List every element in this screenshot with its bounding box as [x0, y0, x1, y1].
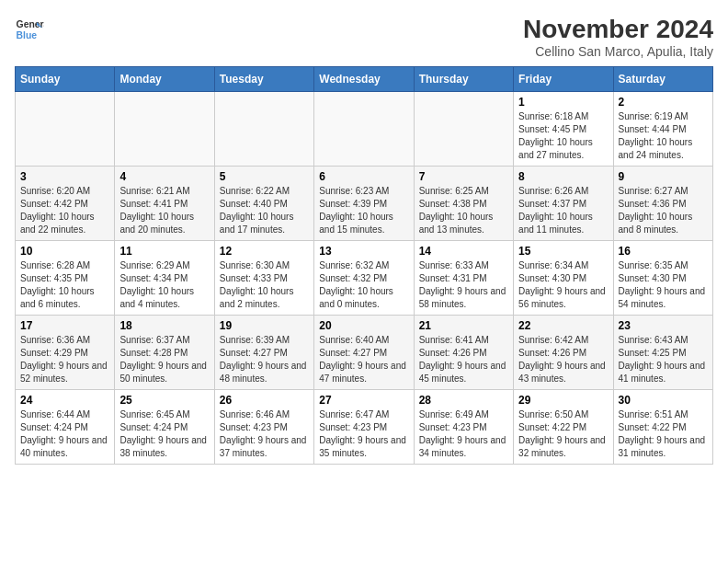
calendar-cell: 17Sunrise: 6:36 AM Sunset: 4:29 PM Dayli…: [16, 316, 115, 390]
calendar-cell: [16, 92, 115, 167]
calendar-cell: 9Sunrise: 6:27 AM Sunset: 4:36 PM Daylig…: [613, 167, 712, 241]
day-number: 19: [220, 319, 309, 332]
day-info: Sunrise: 6:29 AM Sunset: 4:34 PM Dayligh…: [119, 259, 209, 311]
day-number: 27: [319, 394, 408, 407]
calendar-cell: 22Sunrise: 6:42 AM Sunset: 4:26 PM Dayli…: [514, 316, 613, 390]
day-info: Sunrise: 6:50 AM Sunset: 4:22 PM Dayligh…: [518, 408, 608, 460]
calendar-week-2: 3Sunrise: 6:20 AM Sunset: 4:42 PM Daylig…: [16, 167, 713, 241]
day-number: 14: [419, 245, 508, 258]
calendar-cell: 30Sunrise: 6:51 AM Sunset: 4:22 PM Dayli…: [613, 390, 712, 465]
day-info: Sunrise: 6:46 AM Sunset: 4:23 PM Dayligh…: [220, 408, 309, 460]
day-info: Sunrise: 6:27 AM Sunset: 4:36 PM Dayligh…: [619, 185, 708, 236]
calendar-cell: 20Sunrise: 6:40 AM Sunset: 4:27 PM Dayli…: [314, 316, 414, 390]
calendar-cell: [115, 92, 214, 167]
day-info: Sunrise: 6:34 AM Sunset: 4:30 PM Dayligh…: [518, 259, 608, 311]
col-tuesday: Tuesday: [214, 67, 313, 92]
day-info: Sunrise: 6:35 AM Sunset: 4:30 PM Dayligh…: [619, 259, 708, 311]
calendar-cell: 8Sunrise: 6:26 AM Sunset: 4:37 PM Daylig…: [514, 167, 613, 241]
calendar-cell: 23Sunrise: 6:43 AM Sunset: 4:25 PM Dayli…: [613, 316, 712, 390]
col-saturday: Saturday: [613, 67, 712, 92]
calendar-cell: 12Sunrise: 6:30 AM Sunset: 4:33 PM Dayli…: [214, 241, 313, 316]
day-number: 7: [419, 170, 508, 183]
day-number: 8: [518, 170, 608, 183]
day-info: Sunrise: 6:22 AM Sunset: 4:40 PM Dayligh…: [220, 185, 309, 236]
page-header: General Blue November 2024 Cellino San M…: [15, 15, 713, 59]
svg-text:General: General: [17, 19, 44, 29]
calendar-cell: 7Sunrise: 6:25 AM Sunset: 4:38 PM Daylig…: [414, 167, 513, 241]
day-info: Sunrise: 6:21 AM Sunset: 4:41 PM Dayligh…: [119, 185, 209, 236]
logo: General Blue: [15, 15, 44, 44]
calendar-cell: 25Sunrise: 6:45 AM Sunset: 4:24 PM Dayli…: [115, 390, 214, 465]
day-number: 28: [419, 394, 508, 407]
day-info: Sunrise: 6:39 AM Sunset: 4:27 PM Dayligh…: [220, 334, 309, 385]
calendar-title: November 2024: [523, 15, 713, 44]
day-number: 4: [119, 170, 209, 183]
day-number: 22: [518, 319, 608, 332]
day-info: Sunrise: 6:51 AM Sunset: 4:22 PM Dayligh…: [619, 408, 708, 460]
day-info: Sunrise: 6:26 AM Sunset: 4:37 PM Dayligh…: [518, 185, 608, 236]
day-info: Sunrise: 6:47 AM Sunset: 4:23 PM Dayligh…: [319, 408, 408, 460]
calendar-week-1: 1Sunrise: 6:18 AM Sunset: 4:45 PM Daylig…: [16, 92, 713, 167]
calendar-cell: 3Sunrise: 6:20 AM Sunset: 4:42 PM Daylig…: [16, 167, 115, 241]
calendar-header-row: Sunday Monday Tuesday Wednesday Thursday…: [16, 67, 713, 92]
day-number: 1: [518, 96, 608, 109]
day-number: 10: [20, 245, 109, 258]
calendar-cell: 21Sunrise: 6:41 AM Sunset: 4:26 PM Dayli…: [414, 316, 513, 390]
calendar-cell: 2Sunrise: 6:19 AM Sunset: 4:44 PM Daylig…: [613, 92, 712, 167]
day-number: 9: [619, 170, 708, 183]
day-info: Sunrise: 6:23 AM Sunset: 4:39 PM Dayligh…: [319, 185, 408, 236]
day-info: Sunrise: 6:18 AM Sunset: 4:45 PM Dayligh…: [518, 110, 608, 162]
calendar-cell: 24Sunrise: 6:44 AM Sunset: 4:24 PM Dayli…: [16, 390, 115, 465]
calendar-cell: 10Sunrise: 6:28 AM Sunset: 4:35 PM Dayli…: [16, 241, 115, 316]
calendar-table: Sunday Monday Tuesday Wednesday Thursday…: [15, 66, 713, 465]
calendar-cell: 14Sunrise: 6:33 AM Sunset: 4:31 PM Dayli…: [414, 241, 513, 316]
day-number: 3: [20, 170, 109, 183]
day-info: Sunrise: 6:37 AM Sunset: 4:28 PM Dayligh…: [119, 334, 209, 385]
logo-icon: General Blue: [15, 15, 44, 44]
day-number: 30: [619, 394, 708, 407]
day-info: Sunrise: 6:30 AM Sunset: 4:33 PM Dayligh…: [220, 259, 309, 311]
day-info: Sunrise: 6:28 AM Sunset: 4:35 PM Dayligh…: [20, 259, 109, 311]
calendar-cell: 13Sunrise: 6:32 AM Sunset: 4:32 PM Dayli…: [314, 241, 414, 316]
day-number: 2: [619, 96, 708, 109]
col-friday: Friday: [514, 67, 613, 92]
day-info: Sunrise: 6:43 AM Sunset: 4:25 PM Dayligh…: [619, 334, 708, 385]
calendar-cell: 1Sunrise: 6:18 AM Sunset: 4:45 PM Daylig…: [514, 92, 613, 167]
title-section: November 2024 Cellino San Marco, Apulia,…: [523, 15, 713, 59]
day-number: 11: [119, 245, 209, 258]
day-info: Sunrise: 6:41 AM Sunset: 4:26 PM Dayligh…: [419, 334, 508, 385]
day-info: Sunrise: 6:20 AM Sunset: 4:42 PM Dayligh…: [20, 185, 109, 236]
calendar-week-5: 24Sunrise: 6:44 AM Sunset: 4:24 PM Dayli…: [16, 390, 713, 465]
day-number: 17: [20, 319, 109, 332]
day-info: Sunrise: 6:45 AM Sunset: 4:24 PM Dayligh…: [119, 408, 209, 460]
calendar-cell: 18Sunrise: 6:37 AM Sunset: 4:28 PM Dayli…: [115, 316, 214, 390]
calendar-cell: 15Sunrise: 6:34 AM Sunset: 4:30 PM Dayli…: [514, 241, 613, 316]
day-info: Sunrise: 6:44 AM Sunset: 4:24 PM Dayligh…: [20, 408, 109, 460]
col-wednesday: Wednesday: [314, 67, 414, 92]
day-info: Sunrise: 6:40 AM Sunset: 4:27 PM Dayligh…: [319, 334, 408, 385]
day-number: 13: [319, 245, 408, 258]
calendar-cell: 16Sunrise: 6:35 AM Sunset: 4:30 PM Dayli…: [613, 241, 712, 316]
day-number: 21: [419, 319, 508, 332]
day-number: 16: [619, 245, 708, 258]
day-number: 5: [220, 170, 309, 183]
calendar-cell: 19Sunrise: 6:39 AM Sunset: 4:27 PM Dayli…: [214, 316, 313, 390]
calendar-cell: [314, 92, 414, 167]
col-thursday: Thursday: [414, 67, 513, 92]
calendar-cell: 26Sunrise: 6:46 AM Sunset: 4:23 PM Dayli…: [214, 390, 313, 465]
col-monday: Monday: [115, 67, 214, 92]
calendar-cell: 28Sunrise: 6:49 AM Sunset: 4:23 PM Dayli…: [414, 390, 513, 465]
calendar-cell: 5Sunrise: 6:22 AM Sunset: 4:40 PM Daylig…: [214, 167, 313, 241]
calendar-cell: 4Sunrise: 6:21 AM Sunset: 4:41 PM Daylig…: [115, 167, 214, 241]
day-number: 29: [518, 394, 608, 407]
calendar-week-3: 10Sunrise: 6:28 AM Sunset: 4:35 PM Dayli…: [16, 241, 713, 316]
svg-text:Blue: Blue: [17, 30, 38, 40]
day-number: 25: [119, 394, 209, 407]
day-info: Sunrise: 6:36 AM Sunset: 4:29 PM Dayligh…: [20, 334, 109, 385]
calendar-cell: [414, 92, 513, 167]
day-number: 23: [619, 319, 708, 332]
day-info: Sunrise: 6:42 AM Sunset: 4:26 PM Dayligh…: [518, 334, 608, 385]
day-info: Sunrise: 6:32 AM Sunset: 4:32 PM Dayligh…: [319, 259, 408, 311]
calendar-cell: 11Sunrise: 6:29 AM Sunset: 4:34 PM Dayli…: [115, 241, 214, 316]
calendar-cell: [214, 92, 313, 167]
